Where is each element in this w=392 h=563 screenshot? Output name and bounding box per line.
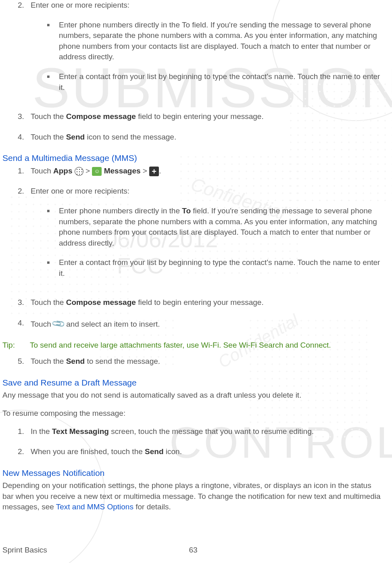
text-fragment: screen, touch the message that you want … [109,427,314,436]
text-fragment: for details. [133,503,171,511]
bold-text: Messages [102,167,140,175]
bullet-text: Enter phone numbers directly in the To f… [59,206,384,248]
bold-text: Send [145,447,163,456]
sub-bullet-list: ■ Enter phone numbers directly in the To… [31,20,384,93]
list-item: 3. Touch the Compose message field to be… [18,111,384,122]
text-fragment: field to begin entering your message. [136,298,264,307]
paperclip-icon: 📎 [50,316,67,332]
bold-text: Send [66,357,85,365]
messages-icon [92,167,102,176]
footer-left: Sprint Basics [2,545,47,556]
apps-icon [75,167,83,176]
bullet-square-icon: ■ [47,20,59,63]
bullet-text: Enter phone numbers directly in the To f… [59,20,384,63]
tip-body: To send and receive large attachments fa… [30,340,384,351]
notification-paragraph: Depending on your notification settings,… [2,480,384,513]
list-item: ■ Enter a contact from your list by begi… [47,71,384,93]
page-content: 2. Enter one or more recipients: ■ Enter… [0,0,392,513]
list-number: 3. [18,111,31,122]
list-number: 3. [18,297,31,308]
list-item: 5. Touch the Send to send the message. [18,356,384,367]
text-fragment: . [159,167,161,175]
bullet-text: Enter a contact from your list by beginn… [59,257,384,279]
list-number: 2. [18,446,31,457]
bold-text: Compose message [66,112,136,121]
list-number: 5. [18,356,31,367]
text-fragment: Enter phone numbers directly in the [59,206,182,215]
draft-paragraph-1: Any message that you do not send is auto… [2,390,384,401]
list-item: 2. Enter one or more recipients: ■ Enter… [18,186,384,288]
bold-text: Apps [53,167,73,175]
text-fragment: field to begin entering your message. [136,112,264,121]
bullet-square-icon: ■ [47,257,59,279]
list-item: ■ Enter phone numbers directly in the To… [47,206,384,248]
text-fragment: > [141,167,150,175]
text-fragment: > [83,167,92,175]
text-fragment: Touch [31,167,53,175]
list-number: 4. [18,318,31,330]
list-number: 1. [18,166,31,177]
list-item: 1. Touch Apps > Messages > +. [18,166,384,177]
bullet-square-icon: ■ [47,206,59,248]
list-item: 1. In the Text Messaging screen, touch t… [18,426,384,437]
list-item: 4. Touch the Send icon to send the messa… [18,132,384,143]
list-number: 1. [18,426,31,437]
list-number: 4. [18,132,31,143]
sub-bullet-list: ■ Enter phone numbers directly in the To… [31,206,384,279]
bold-text: Send [66,133,85,141]
mms-steps-continued: 5. Touch the Send to send the message. [2,356,384,367]
text-fragment: Touch the [31,112,66,121]
heading-mms: Send a Multimedia Message (MMS) [2,152,384,164]
bold-text: Compose message [66,298,136,307]
mms-steps: 1. Touch Apps > Messages > +. 2. Enter o… [2,166,384,330]
draft-steps: 1. In the Text Messaging screen, touch t… [2,426,384,457]
list-item: ■ Enter a contact from your list by begi… [47,257,384,279]
text-fragment: Touch the [31,133,66,141]
heading-notification: New Messages Notification [2,467,384,479]
step-text: Enter one or more recipients: [31,1,129,9]
text-fragment: icon to send the message. [85,133,176,141]
text-fragment: and select an item to insert. [64,320,160,328]
list-item: 4. Touch 📎 and select an item to insert. [18,318,384,330]
list-item: 2. Enter one or more recipients: ■ Enter… [18,0,384,102]
text-fragment: icon. [164,447,182,456]
bold-text: To [182,206,191,215]
page-number: 63 [189,545,197,556]
page-footer: Sprint Basics 63 [2,545,384,556]
list-number: 2. [18,186,31,288]
text-fragment: . [329,341,331,349]
text-fragment: When you are finished, touch the [31,447,145,456]
list-item: ■ Enter phone numbers directly in the To… [47,20,384,63]
bullet-square-icon: ■ [47,71,59,93]
sms-steps-continued: 2. Enter one or more recipients: ■ Enter… [2,0,384,142]
heading-draft: Save and Resume a Draft Message [2,377,384,388]
plus-icon: + [149,167,159,176]
bullet-text: Enter a contact from your list by beginn… [59,71,384,93]
text-mms-options-link[interactable]: Text and MMS Options [56,503,133,511]
text-fragment: Touch [31,320,53,328]
step-text: Enter one or more recipients: [31,187,129,195]
text-fragment: To send and receive large attachments fa… [30,341,239,349]
tip-link[interactable]: Wi-Fi Search and Connect [239,341,329,349]
draft-paragraph-2: To resume composing the message: [2,408,384,419]
bold-text: Text Messaging [52,427,109,436]
list-item: 3. Touch the Compose message field to be… [18,297,384,308]
list-number: 2. [18,0,31,102]
list-item: 2. When you are finished, touch the Send… [18,446,384,457]
text-fragment: In the [31,427,52,436]
text-fragment: Touch the [31,298,66,307]
text-fragment: Touch the [31,357,66,365]
text-fragment: to send the message. [85,357,160,365]
tip-label: Tip: [2,340,30,351]
tip-block: Tip: To send and receive large attachmen… [2,340,384,351]
